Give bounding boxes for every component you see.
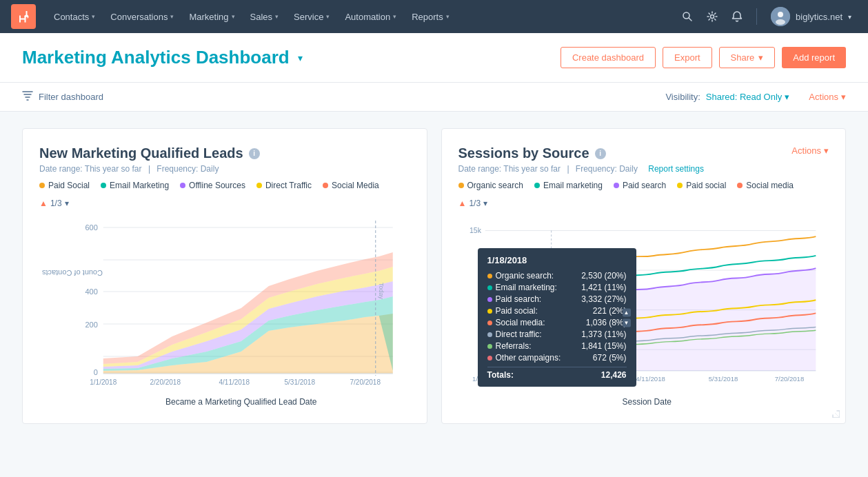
svg-text:7/20/2018: 7/20/2018 <box>350 378 381 386</box>
export-button[interactable]: Export <box>663 47 712 68</box>
card-sessions-title: Sessions by Source i <box>458 145 829 161</box>
navbar: Contacts ▾ Conversations ▾ Marketing ▾ S… <box>0 0 868 33</box>
legend-dot <box>677 183 683 188</box>
nav-service[interactable]: Service ▾ <box>287 8 336 26</box>
svg-text:15k: 15k <box>470 226 482 234</box>
notifications-button[interactable] <box>726 6 748 28</box>
filter-dashboard-button[interactable]: Filter dashboard <box>22 91 103 103</box>
card-mql-legend: Paid Social Email Marketing Offline Sour… <box>39 181 410 190</box>
chevron-down-icon: ▾ <box>848 13 851 21</box>
toolbar-actions-button[interactable]: Actions ▾ <box>809 92 846 102</box>
arrow-down-icon[interactable]: ▾ <box>483 199 487 208</box>
page-header: Marketing Analytics Dashboard ▾ Create d… <box>0 33 868 83</box>
chevron-down-icon: ▾ <box>758 52 763 63</box>
chevron-down-icon: ▾ <box>824 145 829 156</box>
svg-text:4/11/2018: 4/11/2018 <box>219 378 250 386</box>
svg-text:600: 600 <box>85 223 97 232</box>
info-icon[interactable]: i <box>595 148 606 159</box>
chevron-down-icon: ▾ <box>326 13 330 20</box>
nav-automation[interactable]: Automation ▾ <box>338 8 403 26</box>
nav-conversations[interactable]: Conversations ▾ <box>103 8 181 26</box>
toolbar: Filter dashboard Visibility: Shared: Rea… <box>0 83 868 112</box>
legend-dot <box>614 183 619 188</box>
legend-email-marketing[interactable]: Email marketing <box>534 181 603 190</box>
mql-chart-svg: 600 400 200 0 <box>72 214 410 393</box>
legend-organic-search[interactable]: Organic search <box>458 181 523 190</box>
svg-text:2/20/2018: 2/20/2018 <box>150 378 181 386</box>
svg-text:7/20/2018: 7/20/2018 <box>774 375 804 383</box>
card-sessions-legend: Organic search Email marketing Paid sear… <box>458 181 829 190</box>
card-actions-button[interactable]: Actions ▾ <box>791 145 829 156</box>
chevron-down-icon: ▾ <box>170 13 174 20</box>
arrow-up-icon: ▲ <box>458 199 467 208</box>
filter-icon <box>22 91 33 103</box>
card-mql-meta: Date range: This year so far | Frequency… <box>39 164 410 174</box>
dashboard-dropdown-icon[interactable]: ▾ <box>298 52 303 63</box>
add-report-button[interactable]: Add report <box>782 47 846 68</box>
svg-text:5/31/2018: 5/31/2018 <box>708 375 738 383</box>
legend-paid-social[interactable]: Paid social <box>677 181 726 190</box>
legend-social-media[interactable]: Social Media <box>323 181 379 190</box>
legend-dot <box>458 183 464 188</box>
nav-marketing[interactable]: Marketing ▾ <box>182 8 241 26</box>
legend-paid-social[interactable]: Paid Social <box>39 181 90 190</box>
nav-icons: biglytics.net ▾ <box>676 4 857 29</box>
svg-text:2/20/2018: 2/20/2018 <box>549 375 579 383</box>
svg-point-5 <box>776 19 785 25</box>
header-actions: Create dashboard Export Share ▾ Add repo… <box>561 47 846 68</box>
legend-dot <box>101 183 106 188</box>
legend-email-marketing[interactable]: Email Marketing <box>101 181 169 190</box>
search-button[interactable] <box>676 6 698 28</box>
sessions-chart-svg: 15k <box>465 214 829 393</box>
chevron-down-icon: ▾ <box>446 13 450 20</box>
svg-rect-0 <box>11 4 36 29</box>
dashboard-content: New Marketing Qualified Leads i Date ran… <box>0 112 868 440</box>
nav-items: Contacts ▾ Conversations ▾ Marketing ▾ S… <box>47 8 676 26</box>
card-mql: New Marketing Qualified Leads i Date ran… <box>22 128 427 424</box>
legend-offline-sources[interactable]: Offline Sources <box>180 181 245 190</box>
legend-social-media[interactable]: Social media <box>737 181 794 190</box>
svg-text:1/1/2018: 1/1/2018 <box>90 378 117 386</box>
x-axis-label-mql: Became a Marketing Qualified Lead Date <box>72 397 410 407</box>
create-dashboard-button[interactable]: Create dashboard <box>561 47 656 68</box>
filter-label: Filter dashboard <box>39 92 103 102</box>
user-domain: biglytics.net <box>796 12 842 22</box>
avatar <box>771 7 790 26</box>
legend-pages-sessions: ▲ 1/3 ▾ <box>458 199 829 208</box>
nav-contacts[interactable]: Contacts ▾ <box>47 8 102 26</box>
chevron-down-icon: ▾ <box>393 13 396 20</box>
svg-text:0: 0 <box>94 368 98 376</box>
report-settings-link[interactable]: Report settings <box>648 164 704 174</box>
arrow-down-icon[interactable]: ▾ <box>65 199 69 208</box>
svg-point-2 <box>711 15 714 19</box>
legend-dot <box>39 183 45 188</box>
card-sessions: Sessions by Source i Actions ▾ Date rang… <box>441 128 847 424</box>
nav-sales[interactable]: Sales ▾ <box>243 8 286 26</box>
legend-dot <box>180 183 185 188</box>
settings-button[interactable] <box>701 6 723 28</box>
nav-reports[interactable]: Reports ▾ <box>405 8 456 26</box>
svg-text:Today: Today <box>378 283 385 300</box>
user-menu[interactable]: biglytics.net ▾ <box>765 4 857 29</box>
chevron-down-icon: ▾ <box>232 13 235 20</box>
svg-text:4/11/2018: 4/11/2018 <box>636 375 665 383</box>
legend-direct-traffic[interactable]: Direct Traffic <box>256 181 312 190</box>
legend-dot <box>256 183 262 188</box>
card-mql-chart: Count of Contacts 600 400 200 0 <box>72 214 410 393</box>
y-axis-label: Count of Contacts <box>0 243 162 303</box>
legend-dot <box>534 183 540 188</box>
info-icon[interactable]: i <box>249 148 260 159</box>
resize-handle[interactable] <box>830 408 840 418</box>
visibility-value[interactable]: Shared: Read Only ▾ <box>706 92 790 102</box>
svg-text:1/1/2018: 1/1/2018 <box>472 375 498 383</box>
share-button[interactable]: Share ▾ <box>719 47 776 68</box>
chevron-down-icon: ▾ <box>785 92 789 102</box>
page-title: Marketing Analytics Dashboard <box>22 47 290 68</box>
card-mql-title: New Marketing Qualified Leads i <box>39 145 410 161</box>
hubspot-logo[interactable] <box>11 4 36 29</box>
legend-dot <box>737 183 743 188</box>
legend-paid-search[interactable]: Paid search <box>614 181 666 190</box>
chevron-down-icon: ▾ <box>92 13 95 20</box>
svg-point-4 <box>778 12 783 17</box>
page-title-wrap: Marketing Analytics Dashboard ▾ <box>22 47 303 68</box>
